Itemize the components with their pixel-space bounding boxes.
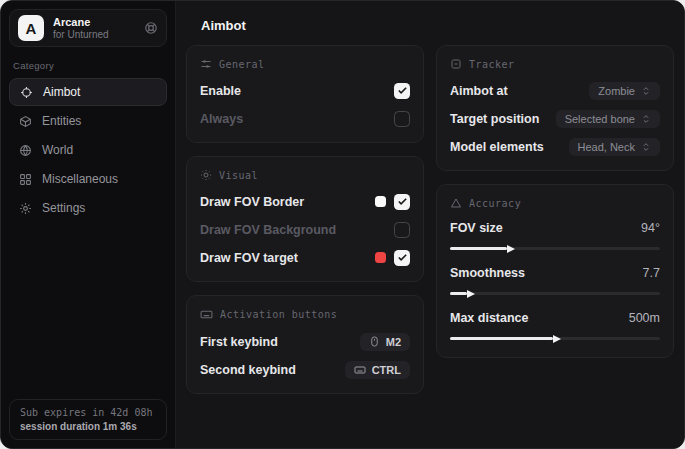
app-name: Arcane — [53, 16, 135, 29]
select-value: Zombie — [598, 85, 635, 97]
tracker-card: Tracker Aimbot at Zombie Target position — [436, 45, 674, 171]
page-title: Aimbot — [201, 18, 666, 33]
app-header: A Arcane for Unturned — [9, 9, 167, 47]
max-distance-slider[interactable] — [450, 334, 660, 343]
second-keybind-button[interactable]: CTRL — [345, 361, 410, 379]
setting-row-model-elements: Model elements Head, Neck — [450, 135, 660, 158]
section-title: Visual — [219, 170, 258, 181]
sidebar-nav: Aimbot Entities World Miscellaneous — [9, 78, 167, 222]
setting-label: FOV size — [450, 221, 503, 235]
main-header: Aimbot — [176, 1, 685, 44]
unfold-icon — [641, 86, 651, 96]
target-position-select[interactable]: Selected bone — [556, 110, 660, 128]
color-swatch-red[interactable] — [375, 252, 386, 263]
right-column: Tracker Aimbot at Zombie Target position — [436, 45, 674, 394]
sidebar-item-entities[interactable]: Entities — [9, 107, 167, 135]
accuracy-card: Accuracy FOV size 94° — [436, 184, 674, 358]
slider-thumb[interactable] — [553, 335, 561, 343]
sidebar-item-world[interactable]: World — [9, 136, 167, 164]
slider-thumb[interactable] — [467, 290, 475, 298]
app-window: A Arcane for Unturned Category Aimbot — [0, 0, 685, 449]
slider-track — [450, 292, 660, 295]
scan-icon — [450, 58, 462, 70]
accuracy-section-label: Accuracy — [450, 197, 660, 209]
smoothness-value: 7.7 — [643, 266, 660, 280]
fov-background-checkbox[interactable] — [394, 222, 410, 238]
slider-thumb[interactable] — [507, 245, 515, 253]
fov-target-checkbox[interactable] — [394, 250, 410, 266]
setting-label: Target position — [450, 112, 539, 126]
section-title: General — [219, 59, 265, 70]
setting-row-aimbot-at: Aimbot at Zombie — [450, 79, 660, 102]
setting-row-fov-target: Draw FOV target — [200, 246, 410, 269]
sliders-icon — [200, 58, 212, 70]
setting-label: Always — [200, 112, 243, 126]
slider-row-smoothness: Smoothness 7.7 — [450, 263, 660, 298]
slider-row-max-distance: Max distance 500m — [450, 308, 660, 343]
fov-border-checkbox[interactable] — [394, 194, 410, 210]
model-elements-select[interactable]: Head, Neck — [569, 138, 660, 156]
activation-section-label: Activation buttons — [200, 308, 410, 321]
setting-row-target-position: Target position Selected bone — [450, 107, 660, 130]
aimbot-at-select[interactable]: Zombie — [589, 82, 660, 100]
smoothness-slider[interactable] — [450, 289, 660, 298]
setting-label: Draw FOV Border — [200, 195, 304, 209]
slider-row-fov-size: FOV size 94° — [450, 218, 660, 253]
sidebar-item-label: World — [42, 143, 73, 157]
sidebar-item-label: Miscellaneous — [42, 172, 118, 186]
sidebar-item-settings[interactable]: Settings — [9, 194, 167, 222]
sidebar-item-label: Settings — [42, 201, 85, 215]
sidebar-item-miscellaneous[interactable]: Miscellaneous — [9, 165, 167, 193]
enable-checkbox[interactable] — [394, 83, 410, 99]
subscription-status: Sub expires in 42d 08h session duration … — [9, 399, 167, 440]
keybind-value: CTRL — [372, 364, 401, 376]
fov-size-slider[interactable] — [450, 244, 660, 253]
slider-fill — [450, 337, 553, 340]
app-subtitle: for Unturned — [53, 29, 135, 41]
content: General Enable Always — [176, 44, 685, 406]
unfold-icon — [641, 114, 651, 124]
gear-icon — [19, 202, 32, 215]
sun-icon — [200, 169, 212, 181]
setting-row-first-keybind: First keybind M2 — [200, 330, 410, 353]
keyboard-icon — [200, 308, 213, 321]
section-title: Activation buttons — [220, 309, 337, 320]
triangle-icon — [450, 197, 462, 209]
main-panel: Aimbot General Enable — [176, 1, 685, 448]
color-swatch-white[interactable] — [375, 196, 386, 207]
setting-label: Smoothness — [450, 266, 525, 280]
lifebuoy-icon[interactable] — [144, 21, 158, 35]
grid-icon — [19, 173, 32, 186]
section-title: Accuracy — [469, 198, 521, 209]
sidebar-item-label: Entities — [42, 114, 81, 128]
mouse-icon — [369, 336, 380, 347]
crosshair-icon — [20, 86, 33, 99]
session-duration-text: session duration 1m 36s — [20, 421, 156, 432]
visual-card: Visual Draw FOV Border Draw FOV Backgrou… — [186, 156, 424, 282]
setting-label: Model elements — [450, 140, 544, 154]
setting-row-fov-border: Draw FOV Border — [200, 190, 410, 213]
visual-section-label: Visual — [200, 169, 410, 181]
setting-label: Draw FOV Background — [200, 223, 336, 237]
always-checkbox[interactable] — [394, 111, 410, 127]
setting-row-enable: Enable — [200, 79, 410, 102]
slider-fill — [450, 247, 507, 250]
globe-icon — [19, 144, 32, 157]
sidebar-item-aimbot[interactable]: Aimbot — [9, 78, 167, 106]
setting-label: Aimbot at — [450, 84, 508, 98]
setting-row-fov-background: Draw FOV Background — [200, 218, 410, 241]
category-label: Category — [13, 60, 167, 71]
sub-expiry-text: Sub expires in 42d 08h — [20, 407, 156, 418]
keybind-value: M2 — [386, 336, 401, 348]
setting-label: First keybind — [200, 335, 278, 349]
app-logo: A — [18, 15, 44, 41]
activation-card: Activation buttons First keybind M2 Seco… — [186, 295, 424, 394]
sidebar: A Arcane for Unturned Category Aimbot — [1, 1, 176, 448]
first-keybind-button[interactable]: M2 — [360, 333, 410, 351]
slider-fill — [450, 292, 467, 295]
setting-label: Max distance — [450, 311, 529, 325]
sidebar-item-label: Aimbot — [43, 85, 80, 99]
section-title: Tracker — [469, 59, 515, 70]
app-titles: Arcane for Unturned — [53, 16, 135, 40]
select-value: Selected bone — [565, 113, 635, 125]
